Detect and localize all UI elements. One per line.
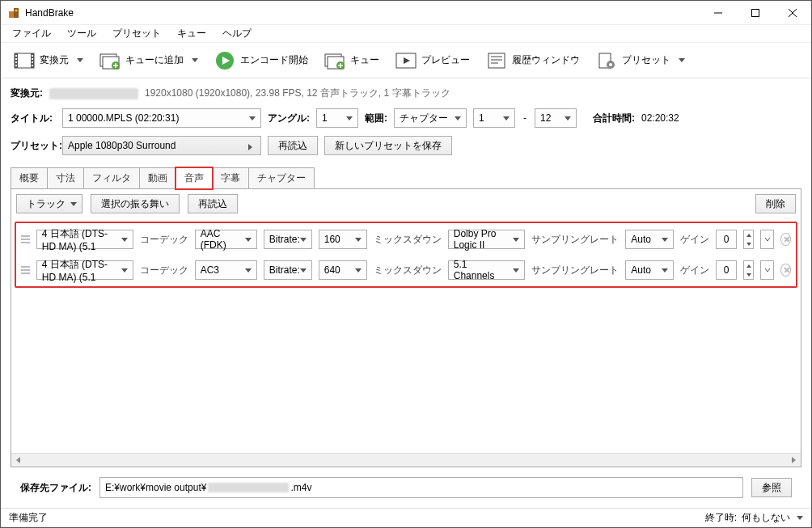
preset-savenew-button[interactable]: 新しいプリセットを保存 [324,136,452,155]
track-codec-dropdown[interactable]: AAC (FDK) [195,230,257,249]
audio-reload-button[interactable]: 再読込 [188,194,238,213]
save-bar: 保存先ファイル: E:¥work¥movie output¥ .m4v 参照 [11,467,801,508]
svg-point-2 [15,9,18,11]
savefile-input[interactable]: E:¥work¥movie output¥ .m4v [99,477,743,498]
audio-clear-button[interactable]: 削除 [755,194,796,213]
menu-queue[interactable]: キュー [171,25,213,42]
tab-summary[interactable]: 概要 [11,167,48,189]
done-label: 終了時: [705,511,737,525]
svg-rect-13 [15,65,17,66]
svg-rect-16 [32,61,33,63]
title-dropdown[interactable]: 1 00000.MPLS (02:20:31) [62,108,261,128]
track-bitrate-dropdown[interactable]: 160 [319,230,367,249]
close-button[interactable] [774,1,811,25]
samplerate-label: サンプリングレート [531,233,619,247]
window-title: HandBrake [25,7,700,19]
title-label: タイトル: [11,112,56,125]
toolbar-source-button[interactable]: 変換元 [7,48,90,74]
tab-dimensions[interactable]: 寸法 [47,167,84,189]
range-label: 範囲: [365,112,387,125]
source-info: 1920x1080 (1920x1080), 23.98 FPS, 12 音声ト… [145,87,450,100]
toolbar-start-button[interactable]: エンコード開始 [208,48,315,74]
queue-icon [324,51,345,70]
range-type-dropdown[interactable]: チャプター [394,108,467,128]
toolbar-queue-button[interactable]: キュー [318,48,386,74]
gain-label: ゲイン [680,233,709,247]
track-codec-dropdown[interactable]: AC3 [195,260,257,280]
track-expand-button[interactable] [760,230,774,249]
drag-handle-icon[interactable] [21,264,30,276]
audio-track-list: 4 日本語 (DTS-HD MA) (5.1 コーデック AAC (FDK) B… [15,222,797,288]
tabs: 概要 寸法 フィルタ 動画 音声 字幕 チャプター [11,167,801,188]
handbrake-app-icon [7,6,20,19]
tab-subtitles[interactable]: 字幕 [212,167,249,189]
codec-label: コーデック [140,233,188,247]
toolbar-preview-button[interactable]: プレビュー [389,48,476,74]
svg-point-38 [609,63,612,66]
mixdown-label: ミックスダウン [374,264,442,277]
preset-dropdown[interactable]: Apple 1080p30 Surround [62,136,261,155]
toolbar-presets-button[interactable]: プリセット [590,48,691,74]
browse-button[interactable]: 参照 [751,478,792,497]
preset-label: プリセット: [11,139,56,153]
track-bitrate-dropdown[interactable]: 640 [319,260,367,280]
track-bitrate-mode-dropdown[interactable]: Bitrate: [264,260,312,280]
status-text: 準備完了 [9,511,48,525]
track-source-dropdown[interactable]: 4 日本語 (DTS-HD MA) (5.1 [36,230,133,249]
range-dash: - [522,112,528,124]
drag-handle-icon[interactable] [21,234,30,245]
track-menu-button[interactable]: トラック [16,194,82,213]
track-scroll-area [11,291,801,453]
track-mixdown-dropdown[interactable]: 5.1 Channels [448,260,525,280]
tab-filters[interactable]: フィルタ [83,167,140,189]
audio-track-row: 4 日本語 (DTS-HD MA) (5.1 コーデック AAC (FDK) B… [21,230,791,249]
selection-behavior-button[interactable]: 選択の振る舞い [91,194,180,213]
titlebar: HandBrake [1,1,811,25]
toolbar-addqueue-button[interactable]: キューに追加 [93,48,205,74]
svg-rect-10 [15,55,17,57]
tab-video[interactable]: 動画 [139,167,176,189]
menu-presets[interactable]: プリセット [106,25,167,42]
preview-icon [395,51,417,70]
range-to-dropdown[interactable]: 12 [535,108,577,128]
track-bitrate-mode-dropdown[interactable]: Bitrate: [264,230,312,249]
range-from-dropdown[interactable]: 1 [473,108,515,128]
toolbar-activity-button[interactable]: 履歴ウィンドウ [480,48,586,74]
source-label: 変換元: [11,87,43,100]
savefile-redacted [208,483,289,492]
track-delete-icon[interactable] [780,264,791,277]
add-queue-icon [99,51,121,70]
mixdown-label: ミックスダウン [374,233,442,247]
track-expand-button[interactable] [760,260,774,280]
tab-audio[interactable]: 音声 [176,167,213,189]
track-delete-icon[interactable] [780,233,791,246]
svg-rect-4 [752,9,759,16]
scroll-right-icon[interactable] [787,454,801,467]
done-action-dropdown[interactable]: 何もしない [742,511,803,525]
preset-reload-button[interactable]: 再読込 [268,136,318,155]
codec-label: コーデック [140,264,188,277]
menu-help[interactable]: ヘルプ [216,25,258,42]
maximize-button[interactable] [737,1,774,25]
tab-chapters[interactable]: チャプター [248,167,315,189]
track-source-dropdown[interactable]: 4 日本語 (DTS-HD MA) (5.1 [36,260,133,280]
track-gain-input[interactable] [716,230,737,249]
minimize-button[interactable] [700,1,737,25]
audio-toolbar: トラック 選択の振る舞い 再読込 削除 [11,189,801,218]
track-samplerate-dropdown[interactable]: Auto [625,260,674,280]
film-icon [14,51,35,70]
svg-rect-14 [32,55,33,57]
svg-rect-0 [9,11,14,18]
angle-dropdown[interactable]: 1 [316,108,358,128]
gain-spinner[interactable] [743,260,754,280]
track-gain-input[interactable] [716,260,737,280]
menu-file[interactable]: ファイル [6,25,57,42]
presets-icon [596,51,617,70]
track-samplerate-dropdown[interactable]: Auto [625,230,674,249]
source-path-redacted [49,88,138,99]
menu-tools[interactable]: ツール [61,25,103,42]
scroll-left-icon[interactable] [11,454,25,467]
horizontal-scrollbar[interactable] [11,453,801,467]
gain-spinner[interactable] [743,230,754,249]
track-mixdown-dropdown[interactable]: Dolby Pro Logic II [448,230,525,249]
